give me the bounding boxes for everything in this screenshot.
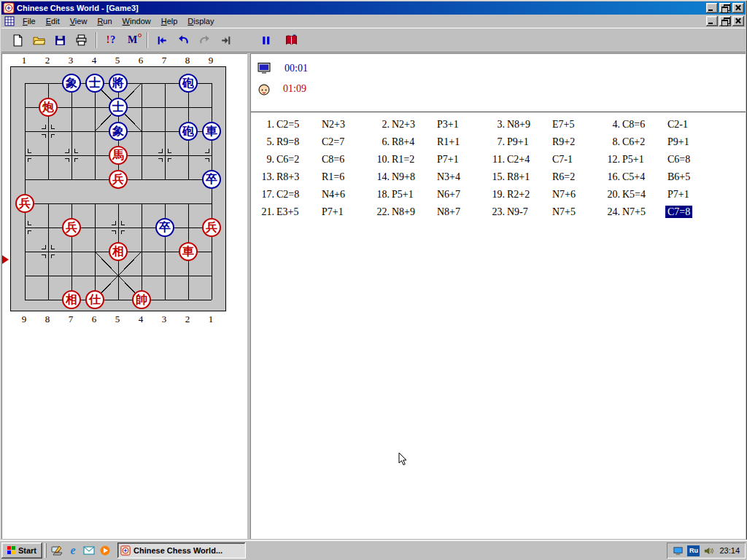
move-black[interactable]: N2+3 bbox=[320, 118, 347, 131]
board-piece[interactable]: 卒 bbox=[155, 218, 174, 237]
move-black[interactable]: P9+1 bbox=[665, 136, 692, 148]
undo-move-button[interactable] bbox=[173, 31, 194, 50]
board-piece[interactable]: 象 bbox=[62, 74, 81, 93]
move-red[interactable]: N8+9 bbox=[505, 118, 533, 131]
mdi-minimize-button[interactable] bbox=[706, 16, 718, 26]
board-piece[interactable]: 卒 bbox=[202, 170, 221, 189]
minimize-button[interactable] bbox=[706, 3, 718, 13]
move-red[interactable]: N9+8 bbox=[390, 171, 417, 183]
open-button[interactable] bbox=[28, 31, 50, 50]
board-piece[interactable]: 仕 bbox=[85, 290, 104, 309]
close-button[interactable] bbox=[732, 3, 744, 13]
go-first-move-button[interactable] bbox=[152, 31, 173, 50]
move-black[interactable]: C8=6 bbox=[320, 153, 347, 166]
move-red[interactable]: E3+5 bbox=[274, 206, 301, 218]
move-black[interactable]: P7+1 bbox=[435, 153, 461, 166]
mdi-document-icon[interactable] bbox=[4, 16, 15, 26]
move-black[interactable]: N7+6 bbox=[550, 188, 578, 201]
move-red[interactable]: R8+1 bbox=[505, 171, 532, 183]
xiangqi-board[interactable]: 象士將砲炮士象砲車馬兵卒兵兵卒兵相車相仕帥 bbox=[10, 66, 226, 311]
go-last-move-button[interactable] bbox=[215, 31, 236, 50]
start-button[interactable]: Start bbox=[1, 542, 42, 559]
move-black[interactable]: P3+1 bbox=[435, 118, 461, 131]
move-red[interactable]: R1=2 bbox=[390, 153, 417, 166]
board-piece[interactable]: 帥 bbox=[132, 290, 151, 309]
move-black[interactable]: P7+1 bbox=[320, 206, 346, 218]
quicklaunch-outlook-express[interactable] bbox=[81, 542, 97, 559]
move-black[interactable]: R1+1 bbox=[435, 136, 462, 148]
move-black[interactable]: N4+6 bbox=[320, 188, 347, 201]
move-red[interactable]: N2+3 bbox=[390, 118, 417, 131]
board-piece[interactable]: 馬 bbox=[109, 146, 128, 165]
move-black[interactable]: E7+5 bbox=[550, 118, 576, 131]
board-piece[interactable]: 士 bbox=[85, 74, 104, 93]
board-piece[interactable]: 士 bbox=[109, 98, 128, 117]
restore-button[interactable] bbox=[719, 3, 731, 13]
quicklaunch-internet-explorer[interactable]: e bbox=[65, 542, 81, 559]
menu-item-window[interactable]: Window bbox=[117, 15, 156, 27]
move-red[interactable]: R8+3 bbox=[274, 171, 301, 183]
menu-item-display[interactable]: Display bbox=[182, 15, 219, 27]
menu-item-file[interactable]: File bbox=[18, 15, 41, 27]
move-red[interactable]: C5+4 bbox=[620, 171, 647, 183]
menu-item-run[interactable]: Run bbox=[92, 15, 117, 27]
board-piece[interactable]: 相 bbox=[109, 242, 128, 261]
opening-book-button[interactable] bbox=[281, 31, 302, 50]
new-button[interactable] bbox=[7, 31, 28, 50]
board-piece[interactable]: 兵 bbox=[202, 218, 221, 237]
move-red[interactable]: C2+4 bbox=[505, 153, 532, 166]
move-red[interactable]: R9=8 bbox=[274, 136, 301, 148]
move-black[interactable]: N7+5 bbox=[550, 206, 578, 218]
board-piece[interactable]: 兵 bbox=[109, 170, 128, 189]
annotate-button[interactable]: M bbox=[122, 31, 143, 50]
board-piece[interactable]: 象 bbox=[109, 122, 128, 141]
move-black[interactable]: C2=7 bbox=[320, 136, 347, 148]
move-black[interactable]: N8+7 bbox=[435, 206, 462, 218]
move-red[interactable]: N9-7 bbox=[505, 206, 530, 218]
move-black[interactable]: N3+4 bbox=[435, 171, 462, 183]
move-red[interactable]: N8+9 bbox=[390, 206, 417, 218]
menu-item-edit[interactable]: Edit bbox=[41, 15, 65, 27]
quicklaunch-show-desktop[interactable] bbox=[49, 542, 65, 559]
move-black[interactable]: C7-1 bbox=[550, 153, 575, 166]
board-piece[interactable]: 兵 bbox=[62, 218, 81, 237]
move-red[interactable]: C6=2 bbox=[274, 153, 301, 166]
board-piece[interactable]: 砲 bbox=[179, 122, 198, 141]
volume-icon[interactable] bbox=[703, 545, 714, 556]
move-red[interactable]: C2=5 bbox=[274, 118, 301, 131]
move-black[interactable]: N6+7 bbox=[435, 188, 462, 201]
move-red[interactable]: R8+4 bbox=[390, 136, 417, 148]
pause-button[interactable] bbox=[255, 31, 276, 50]
quicklaunch-media-player[interactable] bbox=[97, 542, 113, 559]
board-piece[interactable]: 將 bbox=[109, 74, 128, 93]
save-button[interactable] bbox=[50, 31, 71, 50]
move-red[interactable]: N7+5 bbox=[620, 206, 648, 218]
mdi-restore-button[interactable] bbox=[719, 16, 731, 26]
move-black[interactable]: C2-1 bbox=[665, 118, 690, 131]
move-black[interactable]: C7=8 bbox=[665, 206, 692, 218]
move-black[interactable]: B6+5 bbox=[665, 171, 692, 183]
move-red[interactable]: R2+2 bbox=[505, 188, 532, 201]
move-black[interactable]: R1=6 bbox=[320, 171, 347, 183]
redo-move-button[interactable] bbox=[194, 31, 215, 50]
move-red[interactable]: C8=6 bbox=[620, 118, 647, 131]
menu-item-view[interactable]: View bbox=[65, 15, 93, 27]
print-button[interactable] bbox=[71, 31, 92, 50]
move-red[interactable]: P9+1 bbox=[505, 136, 531, 148]
move-black[interactable]: R9+2 bbox=[550, 136, 577, 148]
board-piece[interactable]: 炮 bbox=[39, 98, 58, 117]
move-red[interactable]: P5+1 bbox=[390, 188, 416, 201]
move-red[interactable]: C6+2 bbox=[620, 136, 647, 148]
tray-display-icon[interactable] bbox=[673, 545, 684, 556]
board-piece[interactable]: 車 bbox=[202, 122, 221, 141]
move-black[interactable]: R6=2 bbox=[550, 171, 577, 183]
menu-item-help[interactable]: Help bbox=[156, 15, 183, 27]
task-button-chinese-chess-world[interactable]: Chinese Chess World... bbox=[117, 542, 246, 559]
board-piece[interactable]: 兵 bbox=[15, 194, 34, 213]
board-piece[interactable]: 砲 bbox=[179, 74, 198, 93]
board-piece[interactable]: 車 bbox=[179, 242, 198, 261]
move-red[interactable]: C2=8 bbox=[274, 188, 301, 201]
hint-button[interactable]: !? bbox=[101, 31, 122, 50]
language-indicator[interactable]: Ru bbox=[687, 545, 700, 556]
mdi-close-button[interactable] bbox=[732, 16, 744, 26]
